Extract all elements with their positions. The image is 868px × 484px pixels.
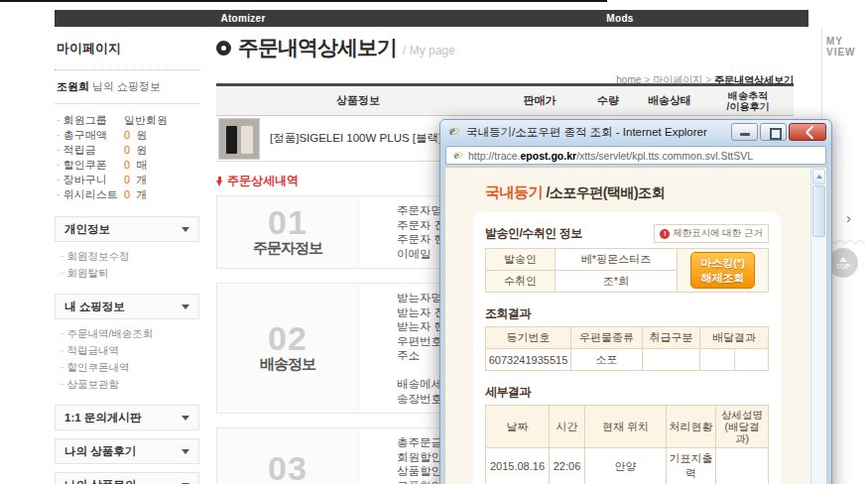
- stat-number: 0: [124, 144, 130, 156]
- next-arrow-icon[interactable]: ›: [846, 210, 851, 225]
- delivery-result-value1: [700, 349, 735, 371]
- stat-label: 장바구니: [57, 173, 124, 187]
- chevron-down-icon: [182, 416, 189, 421]
- sidebar-item-상품보관함[interactable]: 상품보관함: [61, 376, 197, 393]
- url-text: http://trace.epost.go.kr/xtts/servlet/kp…: [468, 150, 753, 162]
- page: Atomizer Mods 마이페이지 조원희 님의 쇼핑정보 회원그룹일반회원…: [0, 0, 868, 484]
- reg-number-value: 6073241935515: [486, 349, 571, 371]
- my-view-label: MY VIEW: [826, 36, 868, 58]
- product-image-dark-device: [226, 126, 237, 154]
- nav-item-atomizer[interactable]: Atomizer: [55, 10, 432, 27]
- order-section-index: 02배송정보: [217, 284, 358, 413]
- description-header-line1: 상세설명: [718, 409, 766, 421]
- minimize-button[interactable]: [731, 123, 758, 141]
- sidebar-section-label: 나의 상품후기: [64, 444, 136, 459]
- stat-value: 일반회원: [124, 113, 168, 128]
- sidebar-item-회원정보수정[interactable]: 회원정보수정: [61, 248, 197, 265]
- exclamation-icon: !: [660, 229, 670, 239]
- stat-row: 할인쿠폰0 매: [57, 158, 197, 173]
- sidebar-section-개인정보[interactable]: 개인정보: [55, 216, 199, 242]
- restriction-notice-link[interactable]: ! 제한표시에 대한 근거: [654, 224, 769, 243]
- breadcrumb-item[interactable]: home: [616, 74, 641, 85]
- nav-item-mods[interactable]: Mods: [432, 10, 808, 27]
- scroll-to-top-button[interactable]: TOP: [828, 248, 858, 278]
- scrollbar-thumb[interactable]: [812, 185, 825, 237]
- sidebar-item-주문내역/배송조회[interactable]: 주문내역/배송조회: [61, 325, 197, 342]
- sidebar-item-적립금내역[interactable]: 적립금내역: [61, 342, 197, 359]
- handling-value: [643, 349, 700, 371]
- internet-explorer-icon: e: [447, 125, 461, 139]
- detail-location-link[interactable]: 안양: [585, 448, 667, 484]
- sidebar-sections: 개인정보회원정보수정회원탈퇴내 쇼핑정보주문내역/배송조회적립금내역할인쿠폰내역…: [55, 216, 199, 484]
- col-product-info: 상품정보: [216, 93, 500, 108]
- order-section-index: 01주문자정보: [217, 196, 358, 268]
- sender-section-header: 발송인/수취인 정보 ! 제한표시에 대한 근거: [485, 224, 769, 243]
- url-domain: epost.go.kr: [521, 150, 577, 162]
- stat-value: 0 개: [124, 173, 147, 187]
- stat-value: 0 개: [124, 187, 147, 202]
- stat-value: 0 매: [124, 158, 147, 173]
- product-name-link[interactable]: [정품]SIGELEI 100W PLUS [블랙]: [270, 131, 441, 146]
- greeting-suffix: 님의 쇼핑정보: [89, 80, 161, 92]
- close-button[interactable]: [789, 123, 826, 141]
- sidebar-section-1:1 문의게시판[interactable]: 1:1 문의게시판: [55, 405, 199, 430]
- detail-description: [716, 448, 769, 484]
- sender-section-title: 발송인/수취인 정보: [485, 225, 582, 242]
- time-header: 시간: [550, 406, 585, 448]
- stat-number: 0: [124, 159, 130, 171]
- member-stats: 회원그룹일반회원총구매액0 원적립금0 원할인쿠폰0 매장바구니0 개위시리스트…: [55, 104, 199, 208]
- url-input[interactable]: e http://trace.epost.go.kr/xtts/servlet/…: [445, 146, 826, 165]
- sender-table: 발송인 베*핑몬스터즈 마스킹(*) 해제조회 수취인 조*희: [485, 248, 769, 293]
- description-header-line2: (배달결과): [718, 421, 766, 444]
- top-divider: [0, 0, 607, 2]
- breadcrumb-separator: >: [644, 74, 650, 85]
- restore-button[interactable]: [760, 123, 787, 141]
- sidebar-item-회원탈퇴[interactable]: 회원탈퇴: [61, 265, 197, 282]
- detail-date: 2015.08.16: [486, 448, 550, 484]
- tracking-page-heading: 국내등기 /소포우편(택배)조회: [485, 183, 826, 202]
- unmask-button[interactable]: 마스킹(*) 해제조회: [690, 252, 755, 289]
- sidebar-section-나의 상품문의[interactable]: 나의 상품문의: [55, 472, 199, 484]
- recipient-label: 수취인: [486, 271, 556, 293]
- chevron-down-icon: [182, 304, 189, 309]
- breadcrumb-item[interactable]: 주문내역상세보기: [714, 74, 794, 85]
- heading-rest: /소포우편(택배)조회: [543, 184, 665, 200]
- section-title: 배송정보: [260, 355, 315, 374]
- sidebar-section-나의 상품후기[interactable]: 나의 상품후기: [55, 438, 199, 464]
- col-tracking: 배송추적 /이용후기: [702, 90, 794, 112]
- table-row: 6073241935515 소포: [486, 349, 769, 371]
- stat-label: 회원그룹: [57, 113, 124, 128]
- window-controls: [731, 123, 826, 141]
- stat-label: 적립금: [57, 143, 124, 158]
- stat-label: 총구매액: [57, 128, 124, 143]
- result-table: 등기번호 우편물종류 취급구분 배달결과 6073241935515 소포: [485, 326, 769, 371]
- page-favicon-icon: e: [452, 150, 464, 162]
- detail-status: 기표지출력: [667, 448, 716, 484]
- mail-type-value: 소포: [571, 349, 643, 371]
- tracking-panel: 발송인/수취인 정보 ! 제한표시에 대한 근거 발송인 베*핑몬스터즈 마스킹…: [473, 212, 781, 484]
- sidebar-section-label: 내 쇼핑정보: [64, 300, 125, 314]
- order-table-header: 상품정보 판매가 수량 배송상태 배송추적 /이용후기: [216, 86, 794, 116]
- window-titlebar[interactable]: e 국내등기/소포우편 종적 조회 - Internet Explorer: [440, 120, 831, 144]
- sidebar-item-할인쿠폰내역[interactable]: 할인쿠폰내역: [61, 359, 197, 376]
- sidebar-section-내 쇼핑정보[interactable]: 내 쇼핑정보: [55, 294, 199, 319]
- sidebar-section-label: 개인정보: [64, 222, 110, 237]
- stat-value: 0 원: [124, 143, 147, 158]
- stat-number: 0: [124, 188, 130, 200]
- heading-accent: 국내등기: [485, 183, 543, 200]
- greeting-name: 조원희: [57, 80, 89, 92]
- scrollbar[interactable]: [810, 168, 826, 484]
- page-title-sub: / My page: [403, 38, 455, 58]
- table-row: 발송인 베*핑몬스터즈 마스킹(*) 해제조회: [486, 249, 769, 271]
- section-number: 02: [268, 323, 308, 353]
- table-row: 날짜 시간 현재 위치 처리현황 상세설명 (배달결과): [486, 406, 769, 448]
- scroll-up-button[interactable]: [812, 169, 825, 184]
- sidebar-subitems: 주문내역/배송조회적립금내역할인쿠폰내역상품보관함: [55, 319, 199, 397]
- table-row: 등기번호 우편물종류 취급구분 배달결과: [486, 327, 769, 349]
- sender-value: 베*핑몬스터즈: [556, 249, 678, 271]
- page-title: 주문내역상세보기 / My page: [216, 34, 794, 61]
- delivery-result-value2: [734, 349, 769, 371]
- breadcrumb-item[interactable]: 마이페이지: [653, 74, 702, 85]
- product-thumbnail[interactable]: [218, 118, 260, 160]
- date-header: 날짜: [486, 406, 550, 448]
